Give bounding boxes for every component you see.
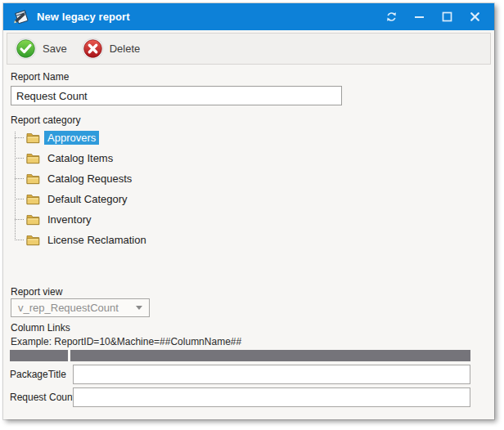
report-notepad-icon	[13, 9, 29, 25]
report-category-label: Report category	[11, 114, 80, 126]
window-controls	[385, 11, 484, 23]
tree-item-label: Default Category	[44, 192, 131, 206]
report-view-dropdown[interactable]: v_rep_RequestCount	[11, 298, 150, 317]
column-link-row-request-count: Request Count	[10, 387, 470, 407]
refresh-icon[interactable]	[385, 11, 398, 23]
tree-item-inventory[interactable]: Inventory	[11, 211, 272, 227]
tree-item-label: Inventory	[44, 213, 94, 226]
report-name-input[interactable]	[11, 86, 342, 105]
column-links-example: Example: ReportID=10&Machine=##ColumnNam…	[11, 336, 241, 347]
tree-item-catalog-requests[interactable]: Catalog Requests	[11, 170, 272, 186]
header-cell	[70, 350, 470, 361]
folder-icon	[26, 152, 41, 164]
column-link-input-packagetitle[interactable]	[73, 365, 470, 384]
header-cell	[10, 350, 68, 361]
tree-item-label: License Reclamation	[44, 233, 150, 247]
tree-connector	[15, 178, 24, 179]
titlebar: New legacy report	[3, 3, 494, 30]
folder-icon	[26, 213, 41, 226]
column-link-label: PackageTitle	[10, 369, 73, 380]
tree-item-label: Approvers	[44, 131, 99, 145]
tree-connector	[15, 137, 24, 138]
column-link-row-packagetitle: PackageTitle	[10, 365, 470, 384]
dialog-window: New legacy report	[3, 3, 494, 419]
delete-button-label: Delete	[110, 43, 141, 55]
column-links-header	[10, 350, 470, 361]
column-links-table: PackageTitleRequest Count	[10, 350, 470, 410]
window-title: New legacy report	[37, 11, 130, 23]
delete-icon	[82, 38, 104, 60]
tree-connector	[15, 158, 24, 159]
toolbar: Save Delete	[7, 33, 491, 65]
chevron-down-icon	[136, 306, 142, 310]
tree-item-label: Catalog Requests	[44, 172, 135, 186]
tree-item-license-reclamation[interactable]: License Reclamation	[11, 231, 272, 248]
column-link-label: Request Count	[10, 392, 73, 403]
tree-connector	[15, 199, 24, 199]
tree-item-approvers[interactable]: Approvers	[11, 129, 272, 146]
column-links-label: Column Links	[11, 322, 70, 334]
tree-connector	[15, 219, 24, 220]
tree-connector	[15, 240, 24, 240]
category-tree: ApproversCatalog ItemsCatalog RequestsDe…	[11, 129, 272, 252]
save-button-label: Save	[43, 43, 67, 55]
save-icon	[15, 38, 37, 60]
report-view-label: Report view	[11, 286, 62, 298]
column-link-input-request-count[interactable]	[73, 387, 470, 407]
tree-item-catalog-items[interactable]: Catalog Items	[11, 150, 272, 166]
close-icon[interactable]	[469, 11, 481, 23]
folder-icon	[26, 193, 41, 205]
minimize-icon[interactable]	[413, 11, 425, 23]
report-view-value: v_rep_RequestCount	[18, 302, 136, 314]
report-name-label: Report Name	[11, 71, 69, 83]
tree-item-label: Catalog Items	[44, 151, 116, 165]
folder-icon	[26, 234, 41, 246]
tree-item-default-category[interactable]: Default Category	[11, 190, 272, 207]
save-button[interactable]: Save	[15, 38, 67, 60]
folder-icon	[26, 172, 41, 185]
folder-icon	[26, 132, 41, 144]
maximize-icon[interactable]	[441, 11, 453, 23]
delete-button[interactable]: Delete	[82, 38, 141, 60]
